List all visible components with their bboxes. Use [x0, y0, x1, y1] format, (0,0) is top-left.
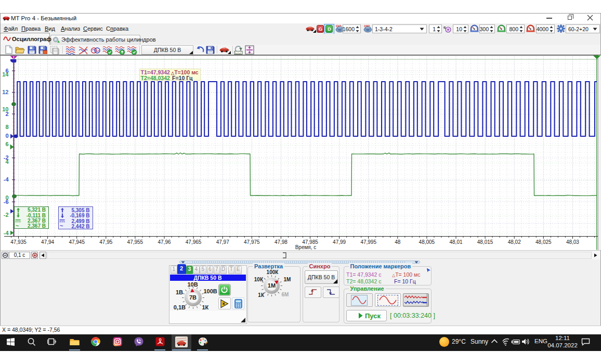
svg-text:α: α — [443, 25, 446, 29]
